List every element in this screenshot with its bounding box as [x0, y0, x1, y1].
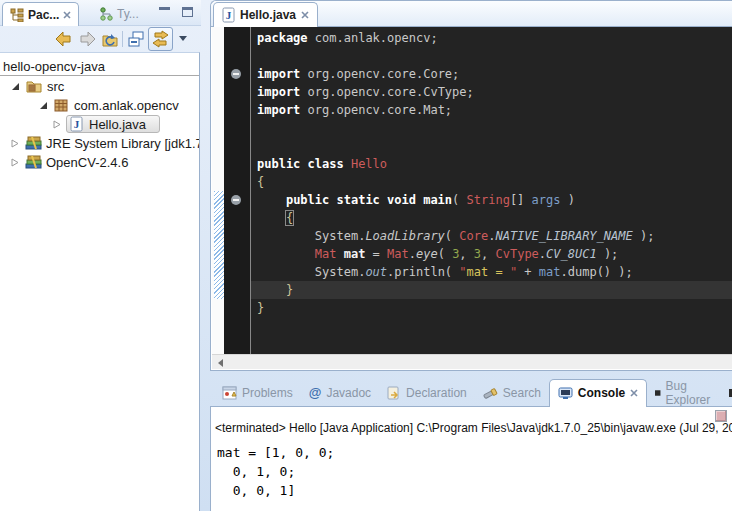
code-token: package	[257, 31, 308, 45]
collapsed-arrow-icon[interactable]	[11, 139, 19, 148]
code-line[interactable]: package com.anlak.opencv;	[251, 29, 732, 47]
toolbar-separator	[122, 31, 123, 47]
fold-collapse-icon[interactable]	[231, 195, 241, 205]
collapsed-arrow-icon[interactable]	[53, 120, 61, 129]
tree-item-hello-java[interactable]: J Hello.java	[0, 115, 199, 134]
tree-item-project[interactable]: hello-opencv-java	[0, 57, 199, 76]
fold-collapse-icon[interactable]	[231, 69, 241, 79]
svg-text:J: J	[226, 9, 232, 21]
collapsed-arrow-icon[interactable]	[11, 158, 19, 167]
code-line[interactable]: {	[251, 209, 732, 227]
tab-bug[interactable]: Bug	[721, 379, 732, 406]
editor-folding-gutter[interactable]	[224, 27, 250, 354]
code-line[interactable]: Mat mat = Mat.eye( 3, 3, CvType.CV_8UC1 …	[251, 245, 732, 263]
forward-arrow-icon[interactable]	[79, 30, 97, 48]
close-icon[interactable]	[630, 389, 638, 397]
horizontal-scrollbar[interactable]	[212, 354, 732, 369]
tab-javadoc[interactable]: @ Javadoc	[301, 379, 379, 406]
editor-annotation-ruler[interactable]	[212, 27, 224, 354]
editor-tab-hello-java[interactable]: J Hello.java	[213, 2, 318, 27]
package-icon	[53, 97, 69, 113]
code-line[interactable]: }	[251, 281, 732, 299]
code-token: String	[467, 193, 510, 207]
method-range-indicator	[214, 191, 224, 299]
expanded-arrow-icon[interactable]	[11, 82, 20, 91]
code-token: (	[445, 229, 459, 243]
tab-search[interactable]: Search	[475, 379, 549, 406]
code-token: Core	[459, 229, 488, 243]
scroll-left-arrow-icon[interactable]	[218, 359, 223, 367]
tab-package-explorer[interactable]: Pac...	[2, 2, 79, 26]
code-line[interactable]: public static void main( String[] args )	[251, 191, 732, 209]
code-line[interactable]	[251, 137, 732, 155]
declaration-icon	[387, 386, 401, 400]
editor-content[interactable]: package com.anlak.opencv;import org.open…	[212, 27, 732, 354]
search-icon	[483, 386, 498, 400]
svg-text:J: J	[74, 118, 80, 130]
expanded-arrow-icon[interactable]	[39, 101, 48, 110]
tab-declaration[interactable]: Declaration	[379, 379, 475, 406]
code-line[interactable]	[251, 119, 732, 137]
tree-item-label: JRE System Library [jdk1.7.0	[46, 134, 200, 153]
back-arrow-icon[interactable]	[54, 30, 72, 48]
code-line[interactable]: import org.opencv.core.CvType;	[251, 83, 732, 101]
close-icon[interactable]	[301, 11, 309, 19]
console-output-line: mat = [1, 0, 0;	[217, 443, 334, 462]
collapse-all-icon[interactable]	[127, 30, 145, 48]
code-token: )	[560, 193, 574, 207]
tab-console[interactable]: Console	[549, 379, 647, 407]
tree-item-opencv-library[interactable]: OpenCV-2.4.6	[0, 153, 199, 172]
maximize-icon[interactable]	[182, 7, 193, 17]
close-icon[interactable]	[63, 11, 71, 19]
code-line[interactable]: import org.opencv.core.Mat;	[251, 101, 732, 119]
code-line[interactable]: import org.opencv.core.Core;	[251, 65, 732, 83]
code-token: System.	[257, 265, 365, 279]
tree-item-jre-library[interactable]: JRE System Library [jdk1.7.0	[0, 134, 199, 153]
tab-problems[interactable]: Problems	[214, 379, 301, 406]
code-token: org.opencv.core.CvType;	[300, 85, 473, 99]
code-token	[257, 283, 286, 297]
javadoc-at-icon: @	[309, 385, 322, 400]
code-token: eye	[416, 247, 438, 261]
tree-item-package[interactable]: com.anlak.opencv	[0, 96, 199, 115]
java-file-icon: J	[70, 116, 83, 132]
tree-item-label: src	[47, 77, 64, 96]
code-line[interactable]	[251, 47, 732, 65]
console-icon	[558, 387, 573, 400]
problems-icon	[222, 386, 237, 400]
code-line[interactable]: System.out.println( "mat = " + mat.dump(…	[251, 263, 732, 281]
tab-label: Ty...	[117, 7, 139, 21]
code-token: args	[532, 193, 561, 207]
tab-bug-explorer[interactable]: Bug Explorer	[647, 379, 721, 406]
tab-label: Javadoc	[326, 386, 371, 400]
console-header: <terminated> Hello [Java Application] C:…	[215, 421, 732, 435]
code-token: .	[539, 247, 546, 261]
editor-area: J Hello.java package com.anlak.opencv;im…	[210, 0, 732, 371]
minimize-icon[interactable]	[159, 7, 170, 16]
tab-type-hierarchy[interactable]: Ty...	[92, 2, 146, 26]
code-area[interactable]: package com.anlak.opencv;import org.open…	[251, 27, 732, 354]
link-with-editor-button[interactable]	[148, 27, 173, 51]
code-line[interactable]: public class Hello	[251, 155, 732, 173]
tab-label: Search	[503, 386, 541, 400]
tab-label: Problems	[242, 386, 293, 400]
code-token: +	[517, 265, 539, 279]
console-tabrow: Problems @ Javadoc Declaration Search	[210, 379, 732, 406]
code-line[interactable]: {	[251, 173, 732, 191]
package-explorer-tree[interactable]: hello-opencv-java src com.anlak.opencv	[0, 52, 200, 511]
tree-item-src[interactable]: src	[0, 77, 199, 96]
tree-item-label: hello-opencv-java	[3, 57, 105, 76]
up-icon[interactable]	[101, 30, 119, 48]
code-token: Mat	[387, 247, 409, 261]
code-token: mat	[336, 247, 372, 261]
code-token: mat	[539, 265, 561, 279]
code-token: System.	[257, 229, 365, 243]
code-line[interactable]: System.LoadLibrary( Core.NATIVE_LIBRARY_…	[251, 227, 732, 245]
code-token: .dump() );	[561, 265, 633, 279]
code-line[interactable]: }	[251, 299, 732, 317]
package-explorer-icon	[10, 8, 24, 22]
code-token	[257, 211, 286, 225]
console-content[interactable]: <terminated> Hello [Java Application] C:…	[210, 406, 732, 511]
eclipse-workbench: { "package_explorer": { "tabs": [ { "lab…	[0, 0, 732, 511]
view-menu-icon[interactable]	[179, 36, 187, 41]
